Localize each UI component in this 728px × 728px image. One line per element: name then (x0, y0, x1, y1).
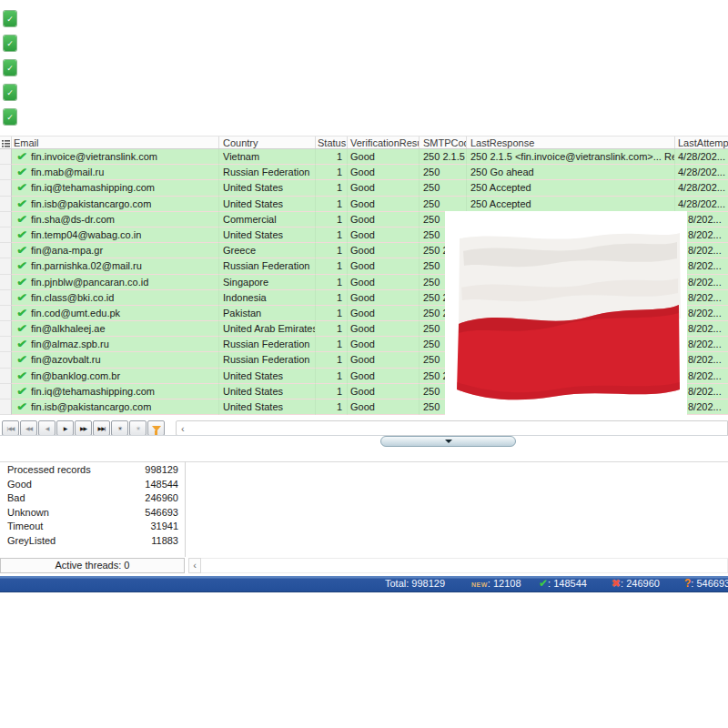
column-header-lastresponse[interactable]: LastResponse (467, 136, 675, 148)
nav-first-button[interactable]: |◀◀ (2, 420, 19, 436)
column-header-lastattempt[interactable]: LastAttempt (675, 136, 728, 148)
chevron-down-icon (445, 440, 452, 443)
row-indicator-cell (0, 228, 12, 243)
cell-status: 1 (316, 275, 348, 290)
cell-status: 1 (316, 352, 348, 368)
stat-row: Unknown546693 (0, 506, 178, 521)
cell-email: ✔fin.cod@umt.edu.pk (12, 306, 219, 321)
green-check-icon: ✔ (16, 258, 28, 273)
cell-verification-result: Good (348, 165, 420, 180)
nav-next-button[interactable]: ▶ (56, 420, 74, 436)
row-indicator-cell (0, 165, 12, 180)
cell-smtp-code: 250 (420, 165, 467, 180)
cell-email: ✔fin@azovbalt.ru (12, 352, 219, 368)
stat-label: Processed records (7, 463, 106, 478)
cell-email: ✔fin.pjnblw@pancaran.co.id (12, 275, 219, 290)
cell-status: 1 (316, 337, 348, 352)
column-header-smtpcode[interactable]: SMTPCode (420, 136, 467, 148)
cell-status: 1 (316, 306, 348, 321)
nav-new-button[interactable]: ✳ (111, 420, 128, 436)
cell-last-response: 250 Accepted (467, 197, 675, 212)
stat-label: Good (7, 478, 106, 492)
panel-splitter-handle[interactable] (380, 436, 516, 447)
cell-status: 1 (316, 369, 348, 384)
stat-label: Timeout (7, 520, 106, 534)
row-indicator-cell (0, 384, 12, 399)
cell-country: Singapore (219, 275, 316, 290)
nav-last-button[interactable]: ▶▶| (93, 420, 110, 436)
cell-country: Russian Federation (219, 337, 316, 352)
new-badge: NEW (471, 581, 488, 588)
green-check-icon: ✔ (16, 212, 28, 227)
row-indicator-cell (0, 180, 12, 196)
cell-email: ✔fin.invoice@vietranslink.com (12, 149, 219, 165)
stats-panel-divider (185, 461, 186, 557)
cell-last-attempt: 4/28/202... (675, 197, 728, 212)
stat-value: 246960 (106, 491, 178, 506)
cell-verification-result: Good (348, 149, 420, 165)
nav-prev-button[interactable]: ◀ (38, 420, 56, 436)
green-shortcut-icon[interactable]: ✓ (4, 60, 16, 76)
stat-value: 31941 (106, 520, 178, 534)
table-row[interactable]: ✔fin.iq@tehamashipping.comUnited States1… (0, 180, 728, 196)
splitter-line (0, 435, 728, 436)
stat-row: GreyListed11883 (0, 534, 178, 549)
new-count: : 12108 (488, 578, 521, 589)
table-row[interactable]: ✔fin.isb@pakistancargo.comUnited States1… (0, 197, 728, 212)
column-header-country[interactable]: Country (219, 136, 316, 148)
cell-status: 1 (316, 180, 348, 196)
cell-last-response: 250 2.1.5 <fin.invoice@vietranslink.com>… (467, 149, 675, 165)
row-indicator-cell (0, 399, 12, 415)
cell-email: ✔fin.parnishka.02@mail.ru (12, 258, 219, 274)
nav-edit-button[interactable]: ✳ (129, 420, 147, 436)
green-check-icon: ✔ (16, 352, 28, 367)
bottom-right-scrollbar[interactable] (188, 558, 728, 573)
grid-horizontal-scrollbar[interactable]: ‹ (176, 420, 728, 436)
green-shortcut-icon[interactable]: ✓ (4, 35, 16, 51)
status-good: ✔: 148544 (539, 576, 587, 592)
good-count: : 148544 (548, 578, 587, 589)
cell-verification-result: Good (348, 290, 420, 306)
cell-email: ✔fin.sha@ds-dr.com (12, 212, 219, 228)
cell-last-response: 250 Accepted (467, 180, 675, 196)
cell-country: United States (219, 197, 316, 212)
green-shortcut-icon[interactable]: ✓ (4, 85, 16, 100)
good-check-icon: ✔ (539, 577, 548, 590)
column-header-email[interactable]: Email (12, 136, 219, 148)
cell-status: 1 (316, 384, 348, 399)
stat-row: Good148544 (0, 478, 178, 492)
cell-country: United States (219, 399, 316, 415)
column-header-status[interactable]: Status (316, 136, 348, 148)
cell-country: United States (219, 180, 316, 196)
green-check-icon: ✔ (16, 243, 28, 258)
table-row[interactable]: ✔fin.mab@mail.ruRussian Federation1Good2… (0, 165, 728, 180)
row-indicator-cell (0, 290, 12, 306)
bad-count: : 246960 (621, 578, 660, 589)
cell-verification-result: Good (348, 337, 420, 352)
green-check-icon: ✔ (16, 149, 28, 164)
cell-country: Greece (219, 243, 316, 258)
nav-next-page-button[interactable]: ▶▶ (75, 420, 92, 436)
green-shortcut-icon[interactable]: ✓ (4, 11, 16, 26)
cell-email: ✔fin.isb@pakistancargo.com (12, 399, 219, 415)
nav-filter-button[interactable] (147, 420, 165, 436)
green-check-icon: ✔ (16, 306, 28, 320)
nav-prev-page-button[interactable]: ◀◀ (20, 420, 37, 436)
cell-country: Vietnam (219, 149, 316, 165)
cell-last-attempt: 4/28/202... (675, 149, 728, 165)
table-row[interactable]: ✔fin.invoice@vietranslink.comVietnam1Goo… (0, 149, 728, 165)
bad-x-icon: ✖ (612, 577, 621, 590)
cell-verification-result: Good (348, 399, 420, 415)
row-indicator-cell (0, 149, 12, 165)
green-shortcut-icon[interactable]: ✓ (4, 109, 16, 125)
cell-verification-result: Good (348, 197, 420, 212)
row-indicator-cell (0, 321, 12, 337)
row-indicator-cell (0, 369, 12, 384)
status-new: NEW: 12108 (471, 576, 521, 592)
scroll-left-icon[interactable]: ‹ (177, 423, 185, 434)
cell-status: 1 (316, 258, 348, 274)
scroll-left-icon-small[interactable]: ‹ (188, 558, 201, 573)
cell-status: 1 (316, 149, 348, 165)
column-header-verificationresult[interactable]: VerificationResult (348, 136, 420, 148)
cell-verification-result: Good (348, 321, 420, 337)
